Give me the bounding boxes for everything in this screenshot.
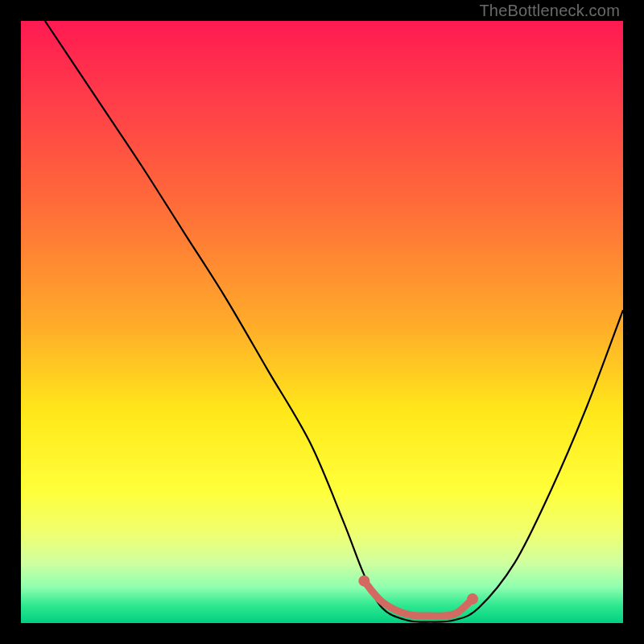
attribution-text: TheBottleneck.com (479, 2, 620, 20)
frame-bottom (0, 623, 644, 644)
frame-left (0, 0, 21, 644)
chart-svg (21, 21, 623, 623)
highlight-segment (364, 581, 473, 617)
highlight-endpoint-left (358, 576, 369, 587)
highlight-endpoint-right (467, 593, 478, 605)
bottleneck-curve (45, 21, 623, 622)
chart-container: TheBottleneck.com (0, 0, 644, 644)
frame-right (623, 0, 644, 644)
